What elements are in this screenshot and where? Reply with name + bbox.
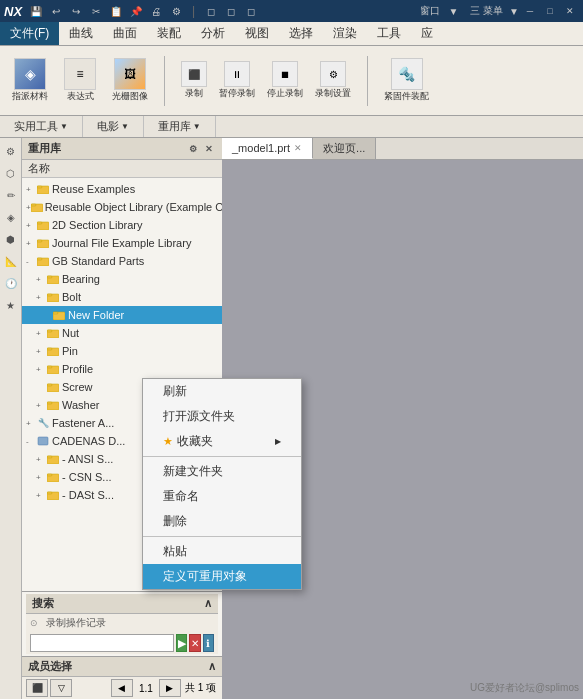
- search-input[interactable]: [30, 634, 174, 652]
- settings-icon[interactable]: ⚙: [168, 3, 184, 19]
- placeholder-icon1[interactable]: ◻: [203, 3, 219, 19]
- tree-item[interactable]: +Journal File Example Library: [22, 234, 222, 252]
- close-button[interactable]: ✕: [561, 3, 579, 19]
- context-menu-separator: [143, 456, 301, 457]
- context-menu-item[interactable]: 粘贴: [143, 539, 301, 564]
- save-icon[interactable]: 💾: [28, 3, 44, 19]
- placeholder-icon3[interactable]: ◻: [243, 3, 259, 19]
- tree-expand-icon[interactable]: +: [26, 419, 36, 428]
- tab-welcome[interactable]: 欢迎页...: [313, 138, 376, 159]
- raster-image-button[interactable]: 🖼 光栅图像: [108, 56, 152, 105]
- context-menu-item[interactable]: 重命名: [143, 484, 301, 509]
- tab-model-close[interactable]: ✕: [294, 143, 302, 153]
- placeholder-icon2[interactable]: ◻: [223, 3, 239, 19]
- tree-expand-icon[interactable]: +: [36, 491, 46, 500]
- search-go-button[interactable]: ▶: [176, 634, 187, 652]
- member-collapse-arrow[interactable]: ∧: [208, 660, 216, 673]
- member-header[interactable]: 成员选择 ∧: [22, 657, 222, 677]
- sidebar-icon-settings[interactable]: ⚙: [2, 142, 20, 160]
- menu-curve[interactable]: 曲线: [59, 22, 103, 45]
- paste-icon[interactable]: 📌: [128, 3, 144, 19]
- tree-expand-icon[interactable]: +: [26, 239, 36, 248]
- titlebar: NX 💾 ↩ ↪ ✂ 📋 📌 🖨 ⚙ | ◻ ◻ ◻ 窗口 ▼ 三 菜单 ▼ ─…: [0, 0, 583, 22]
- sidebar-icon-feature[interactable]: ◈: [2, 208, 20, 226]
- tree-expand-icon[interactable]: +: [36, 347, 46, 356]
- menu-surface[interactable]: 曲面: [103, 22, 147, 45]
- member-btn-1[interactable]: ⬛: [26, 679, 48, 697]
- tree-expand-icon[interactable]: -: [26, 437, 36, 446]
- main-menu[interactable]: 三 菜单: [470, 4, 503, 18]
- context-menu-item[interactable]: 刷新: [143, 379, 301, 404]
- search-clear-button[interactable]: ✕: [189, 634, 200, 652]
- search-info-button[interactable]: ℹ: [203, 634, 214, 652]
- menu-analysis[interactable]: 分析: [191, 22, 235, 45]
- context-menu-item[interactable]: 打开源文件夹: [143, 404, 301, 429]
- window-menu[interactable]: 窗口: [420, 4, 440, 18]
- tree-item[interactable]: New Folder: [22, 306, 222, 324]
- sidebar-icon-surface[interactable]: ⬢: [2, 230, 20, 248]
- menu-assembly[interactable]: 装配: [147, 22, 191, 45]
- cut-icon[interactable]: ✂: [88, 3, 104, 19]
- redo-icon[interactable]: ↪: [68, 3, 84, 19]
- context-menu-item[interactable]: ★收藏夹▶: [143, 429, 301, 454]
- context-menu-item[interactable]: 删除: [143, 509, 301, 534]
- member-label: 成员选择: [28, 659, 72, 674]
- tree-item[interactable]: +Bolt: [22, 288, 222, 306]
- search-collapse-arrow[interactable]: ∧: [204, 597, 212, 610]
- member-btn-next[interactable]: ▶: [159, 679, 181, 697]
- tree-item[interactable]: +Bearing: [22, 270, 222, 288]
- tab-model[interactable]: _model1.prt ✕: [222, 138, 313, 159]
- menu-select[interactable]: 选择: [279, 22, 323, 45]
- menu-app[interactable]: 应: [411, 22, 443, 45]
- sidebar-icon-clock[interactable]: 🕐: [2, 274, 20, 292]
- tab-movie[interactable]: 电影 ▼: [83, 116, 144, 137]
- tree-item[interactable]: +Reusable Object Library (Example Only): [22, 198, 222, 216]
- tree-expand-icon[interactable]: +: [36, 329, 46, 338]
- menu-tools[interactable]: 工具: [367, 22, 411, 45]
- copy-icon[interactable]: 📋: [108, 3, 124, 19]
- menu-view[interactable]: 视图: [235, 22, 279, 45]
- pause-record-button[interactable]: ⏸ 暂停录制: [215, 59, 259, 102]
- tree-item[interactable]: +Nut: [22, 324, 222, 342]
- panel-settings-button[interactable]: ⚙: [186, 142, 200, 156]
- maximize-button[interactable]: □: [541, 3, 559, 19]
- undo-icon[interactable]: ↩: [48, 3, 64, 19]
- search-header[interactable]: 搜索 ∧: [26, 594, 218, 614]
- sidebar-icon-sketch[interactable]: ✏: [2, 186, 20, 204]
- tree-item[interactable]: +Profile: [22, 360, 222, 378]
- panel-close-button[interactable]: ✕: [202, 142, 216, 156]
- minimize-button[interactable]: ─: [521, 3, 539, 19]
- fastener-assembly-button[interactable]: 🔩 紧固件装配: [380, 56, 433, 105]
- expression-button[interactable]: ≡ 表达式: [60, 56, 100, 105]
- tree-item[interactable]: +Reuse Examples: [22, 180, 222, 198]
- tree-item[interactable]: +Pin: [22, 342, 222, 360]
- record-button[interactable]: ⬛ 录制: [177, 59, 211, 102]
- menu-render[interactable]: 渲染: [323, 22, 367, 45]
- tree-expand-icon[interactable]: +: [36, 293, 46, 302]
- sidebar-icon-custom[interactable]: ★: [2, 296, 20, 314]
- tab-reuse-library[interactable]: 重用库 ▼: [144, 116, 216, 137]
- tree-expand-icon[interactable]: +: [36, 275, 46, 284]
- tree-expand-icon[interactable]: +: [26, 221, 36, 230]
- member-btn-filter[interactable]: ▽: [50, 679, 72, 697]
- assign-material-button[interactable]: ◈ 指派材料: [8, 56, 52, 105]
- sidebar-icon-assembly[interactable]: ⬡: [2, 164, 20, 182]
- context-menu-item[interactable]: 新建文件夹: [143, 459, 301, 484]
- sidebar-icon-measure[interactable]: 📐: [2, 252, 20, 270]
- stop-record-button[interactable]: ⏹ 停止录制: [263, 59, 307, 102]
- tree-expand-icon[interactable]: +: [36, 473, 46, 482]
- context-menu-item[interactable]: 定义可重用对象: [143, 564, 301, 589]
- member-btn-prev[interactable]: ◀: [111, 679, 133, 697]
- tree-item[interactable]: -GB Standard Parts: [22, 252, 222, 270]
- tree-expand-icon[interactable]: +: [36, 401, 46, 410]
- tree-expand-icon[interactable]: -: [26, 257, 36, 266]
- print-icon[interactable]: 🖨: [148, 3, 164, 19]
- tree-expand-icon[interactable]: +: [36, 455, 46, 464]
- panel-title: 重用库: [28, 141, 61, 156]
- tree-expand-icon[interactable]: +: [26, 185, 36, 194]
- menu-file[interactable]: 文件(F): [0, 22, 59, 45]
- tab-utility-tools[interactable]: 实用工具 ▼: [0, 116, 83, 137]
- tree-expand-icon[interactable]: +: [36, 365, 46, 374]
- tree-item[interactable]: +2D Section Library: [22, 216, 222, 234]
- record-settings-button[interactable]: ⚙ 录制设置: [311, 59, 355, 102]
